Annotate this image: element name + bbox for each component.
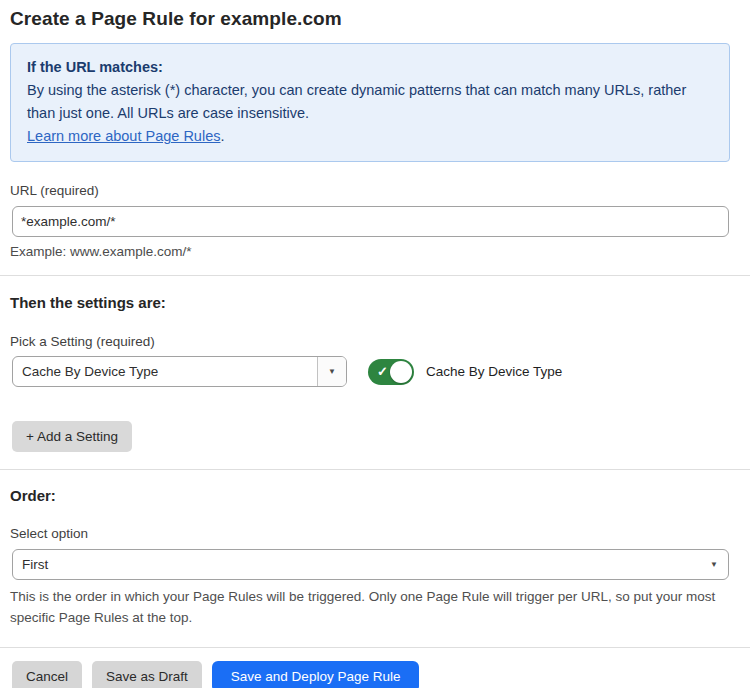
save-and-deploy-button[interactable]: Save and Deploy Page Rule [212, 661, 420, 688]
setting-select-value: Cache By Device Type [13, 357, 317, 386]
info-box-body: By using the asterisk (*) character, you… [27, 79, 713, 125]
create-page-rule-panel: Create a Page Rule for example.com If th… [0, 8, 750, 688]
order-section-heading: Order: [10, 487, 750, 504]
toggle-knob [390, 361, 412, 383]
order-select[interactable]: First ▼ [12, 549, 729, 580]
info-box-heading: If the URL matches: [27, 56, 713, 79]
page-title: Create a Page Rule for example.com [10, 8, 750, 30]
setting-select[interactable]: Cache By Device Type ▼ [12, 356, 347, 387]
url-match-info-box: If the URL matches: By using the asteris… [10, 43, 730, 162]
setting-row: Cache By Device Type ▼ ✓ Cache By Device… [12, 356, 750, 387]
chevron-down-icon: ▼ [710, 561, 718, 569]
footer-actions: Cancel Save as Draft Save and Deploy Pag… [12, 661, 750, 688]
info-box-link-line: Learn more about Page Rules. [27, 125, 713, 148]
divider [0, 647, 750, 648]
order-select-value: First [13, 550, 710, 579]
divider [0, 275, 750, 276]
pick-setting-label: Pick a Setting (required) [10, 334, 750, 349]
setting-select-arrow-button[interactable]: ▼ [317, 357, 346, 386]
save-as-draft-button[interactable]: Save as Draft [92, 661, 202, 688]
order-select-label: Select option [10, 526, 750, 541]
cancel-button[interactable]: Cancel [12, 661, 82, 688]
learn-more-link[interactable]: Learn more about Page Rules [27, 128, 220, 144]
chevron-down-icon: ▼ [328, 368, 336, 376]
link-suffix: . [220, 128, 224, 144]
setting-toggle-label: Cache By Device Type [426, 364, 562, 379]
url-example-helper: Example: www.example.com/* [10, 244, 750, 259]
order-description: This is the order in which your Page Rul… [10, 586, 730, 628]
add-setting-button[interactable]: + Add a Setting [12, 421, 132, 452]
check-icon: ✓ [377, 365, 388, 378]
divider [0, 469, 750, 470]
settings-section-heading: Then the settings are: [10, 294, 750, 311]
url-input[interactable] [12, 206, 729, 237]
setting-toggle[interactable]: ✓ [368, 359, 414, 385]
url-field-label: URL (required) [10, 183, 750, 198]
